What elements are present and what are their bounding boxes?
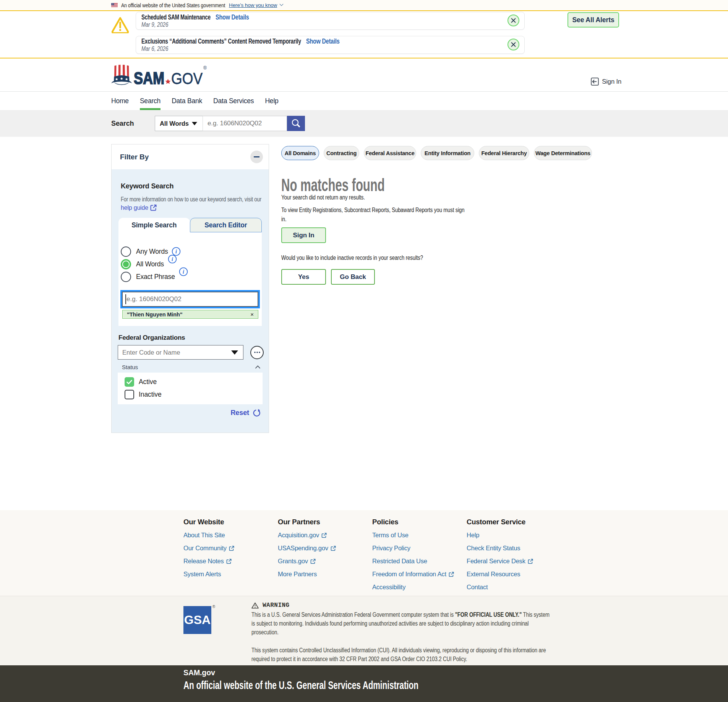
tab-simple-search[interactable]: Simple Search [118, 218, 190, 232]
radio-exact-phrase[interactable] [121, 272, 131, 282]
logo-reg-mark: ® [203, 65, 207, 71]
footer-link-accessibility[interactable]: Accessibility [372, 584, 467, 590]
search-input[interactable] [203, 116, 287, 131]
footer-link-terms-of-use[interactable]: Terms of Use [372, 532, 467, 538]
ellipsis-icon [254, 351, 261, 353]
domain-pill-wage-determinations[interactable]: Wage Determinations [534, 146, 592, 160]
keyword-chip-label: "Thien Nguyen Minh" [127, 311, 250, 318]
alert-close-button[interactable] [507, 15, 519, 26]
footer-link-contact[interactable]: Contact [467, 584, 561, 590]
chevron-down-icon[interactable] [280, 2, 284, 6]
footer-link-acquisition-gov[interactable]: Acquisition.gov [278, 532, 372, 538]
alert-card: Scheduled SAM Maintenance Show Details M… [136, 12, 525, 30]
search-mode-select[interactable]: All Words [155, 116, 203, 131]
search-button[interactable] [287, 116, 305, 131]
sign-in-link[interactable]: Sign In [591, 78, 621, 86]
footer-link-about-this-site[interactable]: About This Site [183, 532, 278, 538]
chevron-up-icon[interactable] [255, 365, 261, 369]
domain-pill-entity-information[interactable]: Entity Information [421, 146, 474, 160]
nav-item-data-services[interactable]: Data Services [213, 92, 254, 110]
info-icon[interactable]: i [179, 267, 188, 276]
nav-item-search[interactable]: Search [140, 92, 161, 110]
footer-link-foia[interactable]: Freedom of Information Act [372, 571, 467, 577]
sign-in-label: Sign In [602, 78, 621, 85]
federal-organizations-input[interactable] [118, 345, 243, 360]
tab-search-editor[interactable]: Search Editor [190, 218, 262, 232]
keyword-input-wrap [122, 292, 258, 307]
footer-link-label: Freedom of Information Act [372, 571, 446, 577]
footer-link-external-resources[interactable]: External Resources [467, 571, 561, 577]
more-organizations-button[interactable] [250, 346, 264, 359]
alert-close-button[interactable] [507, 39, 519, 50]
keyword-search-title: Keyword Search [121, 182, 262, 190]
close-x-icon [511, 42, 516, 47]
footer-column-title: Our Partners [278, 518, 372, 526]
domain-pill-federal-assistance[interactable]: Federal Assistance [364, 146, 416, 160]
reset-refresh-icon[interactable] [253, 409, 261, 417]
alert-title-row: Exclusions “Additional Comments” Content… [141, 38, 519, 45]
footer-link-label: Privacy Policy [372, 545, 410, 551]
footer-link-system-alerts[interactable]: System Alerts [183, 571, 278, 577]
checkbox-inactive[interactable] [125, 390, 134, 399]
nav-item-help[interactable]: Help [265, 92, 278, 110]
warning-paragraph-1: This is a U.S. General Services Administ… [251, 610, 551, 637]
alert-show-details-link[interactable]: Show Details [306, 38, 333, 45]
warning-paragraph-2: This system contains Controlled Unclassi… [251, 646, 551, 663]
radio-all-words[interactable] [121, 259, 131, 269]
footer-link-privacy-policy[interactable]: Privacy Policy [372, 545, 467, 551]
alert-show-details-link[interactable]: Show Details [216, 14, 242, 21]
nav-item-data-bank[interactable]: Data Bank [172, 92, 202, 110]
site-footer: SAM.gov An official website of the U.S. … [0, 665, 728, 702]
sam-gov-logo[interactable]: SAM GOV ® [111, 63, 207, 88]
status-options: Active Inactive [118, 373, 263, 404]
help-guide-link[interactable]: help guide [121, 204, 157, 211]
footer-link-grants-gov[interactable]: Grants.gov [278, 558, 372, 564]
chip-remove-icon[interactable]: × [250, 311, 254, 318]
sam-gov-logo-graphic: SAM GOV ® [111, 63, 207, 86]
see-all-alerts-button[interactable]: See All Alerts [567, 12, 619, 28]
domain-pill-federal-hierarchy[interactable]: Federal Hierarchy [479, 146, 529, 160]
footer-link-help[interactable]: Help [467, 532, 561, 538]
domain-pill-all-domains[interactable]: All Domains [281, 146, 319, 160]
checkbox-active[interactable] [125, 377, 134, 387]
keyword-search-tabs: Simple Search Search Editor [118, 218, 262, 232]
info-icon[interactable]: i [168, 255, 177, 264]
alerts-section: Scheduled SAM Maintenance Show Details M… [0, 11, 728, 58]
reset-link[interactable]: Reset [230, 409, 249, 417]
alert-card: Exclusions “Additional Comments” Content… [136, 36, 525, 54]
footer-link-restricted-data-use[interactable]: Restricted Data Use [372, 558, 467, 564]
collapse-filters-button[interactable] [250, 151, 263, 163]
footer-link-label: Contact [467, 584, 488, 590]
content-container: Home Search Data Bank Data Services Help [111, 92, 617, 110]
footer-link-release-notes[interactable]: Release Notes [183, 558, 278, 564]
site-header: SAM GOV ® Sign In [0, 58, 728, 91]
go-back-button[interactable]: Go Back [331, 269, 375, 285]
radio-label: All Words [136, 260, 164, 268]
sign-in-button[interactable]: Sign In [281, 227, 326, 243]
footer-link-more-partners[interactable]: More Partners [278, 571, 372, 577]
filter-panel: Filter By Keyword Search For more inform… [111, 144, 269, 433]
footer-link-check-entity-status[interactable]: Check Entity Status [467, 545, 561, 551]
footer-link-federal-service-desk[interactable]: Federal Service Desk [467, 558, 561, 564]
footer-link-label: USASpending.gov [278, 545, 328, 551]
caret-down-icon[interactable] [231, 350, 238, 355]
domain-pill-contracting[interactable]: Contracting [324, 146, 359, 160]
footer-link-label: Help [467, 532, 479, 538]
footer-link-label: Grants.gov [278, 558, 308, 564]
content-container: Filter By Keyword Search For more inform… [111, 144, 617, 433]
content-container: Scheduled SAM Maintenance Show Details M… [111, 12, 617, 54]
banner-how-link[interactable]: Here’s how you know [229, 2, 277, 8]
footer-link-usaspending-gov[interactable]: USASpending.gov [278, 545, 372, 551]
federal-organizations-input-wrap [118, 345, 243, 360]
sign-in-icon [591, 78, 599, 86]
alert-cards: Scheduled SAM Maintenance Show Details M… [136, 12, 525, 54]
site-footer-inner: SAM.gov An official website of the U.S. … [183, 668, 617, 692]
nav-item-home[interactable]: Home [111, 92, 129, 110]
logo-gov-text: GOV [171, 69, 203, 86]
radio-any-words[interactable] [121, 246, 131, 257]
keyword-input[interactable] [122, 292, 258, 307]
footer-link-our-community[interactable]: Our Community [183, 545, 278, 551]
yes-button[interactable]: Yes [281, 269, 326, 285]
keyword-help-text: For more information on how to use our k… [121, 195, 236, 204]
footer-column-our-partners: Our Partners Acquisition.gov USASpending… [278, 518, 372, 590]
